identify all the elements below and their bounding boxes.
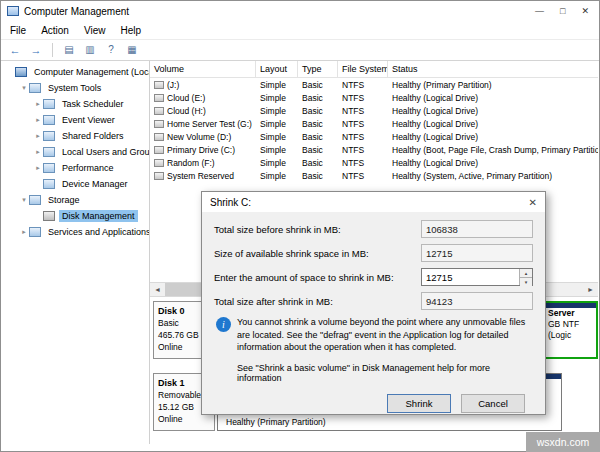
volume-layout: Simple <box>256 119 298 129</box>
tree-item-label: Local Users and Groups <box>59 146 149 158</box>
disk-view-icon[interactable]: ▦ <box>124 42 140 58</box>
scroll-left-icon[interactable]: ◄ <box>150 283 165 296</box>
dialog-title-bar: Shrink C: ✕ <box>202 192 545 212</box>
table-row[interactable]: Random (F:) Simple Basic NTFS Healthy (L… <box>150 156 598 169</box>
forward-icon[interactable]: → <box>28 42 44 58</box>
shrink-dialog: Shrink C: ✕ Total size before shrink in … <box>201 191 546 415</box>
shrink-amount-input[interactable] <box>422 269 519 285</box>
cancel-button[interactable]: Cancel <box>461 394 525 413</box>
spinner-up-icon[interactable]: ▴ <box>520 269 532 278</box>
tree-item-label: Storage <box>45 194 83 206</box>
toolbar: ← → ▤ ▥ ? ▦ <box>1 39 599 61</box>
extended-partition-block[interactable]: Server GB NTF (Logic <box>544 301 598 359</box>
column-header-volume[interactable]: Volume <box>150 61 256 77</box>
tree-item-shared-folders[interactable]: ▸ Shared Folders <box>2 128 149 144</box>
tree-item-label: Task Scheduler <box>59 98 127 110</box>
table-row[interactable]: Cloud (H:) Simple Basic NTFS Healthy (Lo… <box>150 104 598 117</box>
menu-action[interactable]: Action <box>41 25 69 36</box>
folder-icon <box>43 99 55 109</box>
volume-status: Healthy (System, Active, Primary Partiti… <box>388 171 598 181</box>
tree-item-label: Device Manager <box>59 178 131 190</box>
column-header-file-system[interactable]: File System <box>338 61 388 77</box>
field-label: Total size after shrink in MB: <box>214 296 333 307</box>
tree-item-local-users-and-groups[interactable]: ▸ Local Users and Groups <box>2 144 149 160</box>
disk-icon <box>43 211 55 221</box>
volume-name: Primary Drive (C:) <box>167 145 235 155</box>
tree-item-services-and-applications[interactable]: ▸ Services and Applications <box>2 224 149 240</box>
spinner-down-icon[interactable]: ▾ <box>520 278 532 286</box>
volume-layout: Simple <box>256 80 298 90</box>
column-header-type[interactable]: Type <box>298 61 338 77</box>
menu-help[interactable]: Help <box>120 25 141 36</box>
computer-icon <box>15 67 27 77</box>
table-row[interactable]: (J:) Simple Basic NTFS Healthy (Primary … <box>150 78 598 91</box>
folder-icon <box>43 115 55 125</box>
tree-item-label: Shared Folders <box>59 130 127 142</box>
menu-view[interactable]: View <box>84 25 106 36</box>
shrink-amount-stepper: ▴ ▾ <box>421 268 533 286</box>
field-label: Enter the amount of space to shrink in M… <box>214 272 394 283</box>
expander-icon: ▾ <box>19 84 29 92</box>
total-size-before-field: 106838 <box>421 220 533 238</box>
volume-layout: Simple <box>256 158 298 168</box>
dialog-title: Shrink C: <box>210 197 251 208</box>
volume-fs: NTFS <box>338 80 388 90</box>
volume-fs: NTFS <box>338 132 388 142</box>
column-header-layout[interactable]: Layout <box>256 61 298 77</box>
table-row[interactable]: New Volume (D:) Simple Basic NTFS Health… <box>150 130 598 143</box>
properties-icon[interactable]: ▥ <box>82 42 98 58</box>
maximize-button[interactable]: □ <box>560 6 565 16</box>
volume-fs: NTFS <box>338 171 388 181</box>
table-row[interactable]: Home Server Test (G:) Simple Basic NTFS … <box>150 117 598 130</box>
expander-icon: ▸ <box>33 100 43 108</box>
drive-icon <box>154 172 164 180</box>
tree-item-device-manager[interactable]: Device Manager <box>2 176 149 192</box>
expander-icon: ▸ <box>19 228 29 236</box>
volume-status: Healthy (Logical Drive) <box>388 119 598 129</box>
watermark: wsxdn.com <box>526 432 600 452</box>
table-row[interactable]: Cloud (E:) Simple Basic NTFS Healthy (Lo… <box>150 91 598 104</box>
info-text: You cannot shrink a volume beyond the po… <box>237 316 533 354</box>
scroll-right-icon[interactable]: ► <box>583 283 598 296</box>
volume-name: New Volume (D:) <box>167 132 231 142</box>
menu-bar: File Action View Help <box>1 21 599 39</box>
column-header-status[interactable]: Status <box>388 61 598 77</box>
tree-item-computer-management[interactable]: Computer Management (Local <box>2 64 149 80</box>
minimize-button[interactable]: — <box>535 6 544 16</box>
volume-status: Healthy (Logical Drive) <box>388 132 598 142</box>
total-size-after-field: 94123 <box>421 292 533 310</box>
back-icon[interactable]: ← <box>7 42 23 58</box>
volume-fs: NTFS <box>338 145 388 155</box>
volume-type: Basic <box>298 158 338 168</box>
table-row[interactable]: System Reserved Simple Basic NTFS Health… <box>150 169 598 182</box>
volume-status: Healthy (Logical Drive) <box>388 93 598 103</box>
help-icon[interactable]: ? <box>103 42 119 58</box>
table-row[interactable]: Primary Drive (C:) Simple Basic NTFS Hea… <box>150 143 598 156</box>
close-button[interactable]: ✕ <box>581 6 589 16</box>
tree-item-performance[interactable]: ▸ Performance <box>2 160 149 176</box>
shrink-button[interactable]: Shrink <box>387 394 451 413</box>
tree-item-event-viewer[interactable]: ▸ Event Viewer <box>2 112 149 128</box>
tree-item-label: Performance <box>59 162 117 174</box>
title-bar: Computer Management — □ ✕ <box>1 1 599 21</box>
tree-item-disk-management[interactable]: Disk Management <box>2 208 149 224</box>
volume-layout: Simple <box>256 106 298 116</box>
tree-item-task-scheduler[interactable]: ▸ Task Scheduler <box>2 96 149 112</box>
drive-icon <box>154 146 164 154</box>
tree-item-system-tools[interactable]: ▾ System Tools <box>2 80 149 96</box>
drive-icon <box>154 94 164 102</box>
window-title: Computer Management <box>24 6 129 17</box>
tree-item-storage[interactable]: ▾ Storage <box>2 192 149 208</box>
field-label: Size of available shrink space in MB: <box>214 248 369 259</box>
folder-icon <box>43 179 55 189</box>
menu-file[interactable]: File <box>10 25 26 36</box>
console-tree-icon[interactable]: ▤ <box>61 42 77 58</box>
dialog-close-icon[interactable]: ✕ <box>529 197 537 208</box>
volume-name: Cloud (H:) <box>167 106 206 116</box>
expander-icon: ▸ <box>33 132 43 140</box>
tree-item-label: System Tools <box>45 82 104 94</box>
folder-icon <box>43 131 55 141</box>
help-text: See "Shrink a basic volume" in Disk Mana… <box>237 363 533 383</box>
tree-item-label: Disk Management <box>59 210 138 222</box>
volume-type: Basic <box>298 119 338 129</box>
